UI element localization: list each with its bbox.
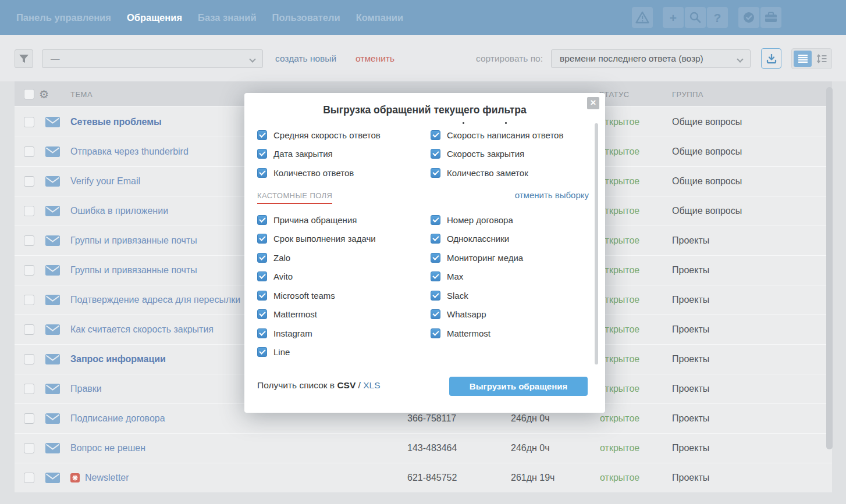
checkbox-checked-icon[interactable] [431,130,440,140]
checkbox-checked-icon[interactable] [257,291,267,301]
deselect-all-link[interactable]: отменить выборку [515,190,589,200]
export-field-option[interactable]: Номер договора [431,210,523,230]
checkbox-checked-icon[interactable] [257,234,267,244]
ticket-subject[interactable]: Запрос информации [70,354,166,364]
sort-select-value: времени последнего ответа (возр) [560,53,703,64]
ticket-subject[interactable]: Ошибка в приложении [70,206,168,216]
export-field-option[interactable]: Avito [257,267,376,287]
checkbox-checked-icon[interactable] [257,215,267,225]
export-field-option[interactable]: Одноклассники [431,230,523,249]
checkbox-checked-icon[interactable] [431,253,440,263]
alert-triangle-button[interactable] [632,7,653,28]
column-header-group[interactable]: ГРУППА [672,90,703,98]
row-checkbox[interactable] [24,146,34,157]
table-row[interactable]: Вопрос не решен 143-483464 246дн 0ч откр… [15,433,832,463]
checkbox-checked-icon[interactable] [257,253,267,263]
export-field-option[interactable]: Slack [431,286,523,305]
verified-badge-button[interactable] [738,7,759,28]
nav-menu-item[interactable]: Панель управления [16,12,111,23]
checkbox-checked-icon[interactable] [257,149,267,159]
ticket-subject[interactable]: Вопрос не решен [70,443,145,453]
create-new-link[interactable]: создать новый [275,49,336,68]
row-checkbox[interactable] [24,354,34,364]
row-checkbox[interactable] [24,324,34,335]
briefcase-button[interactable] [760,7,781,28]
ticket-subject[interactable]: Сетевые проблемы [70,117,162,127]
checkbox-checked-icon[interactable] [431,149,440,159]
row-checkbox[interactable] [24,117,34,127]
checkbox-checked-icon[interactable] [257,328,267,338]
export-field-option[interactable]: Причина обращения [257,210,376,230]
row-checkbox[interactable] [24,443,34,453]
page-scrollbar[interactable] [826,87,833,449]
export-field-option[interactable]: Дата закрытия [257,145,381,164]
checkbox-checked-icon[interactable] [257,347,267,357]
checkbox-checked-icon[interactable] [431,168,440,178]
checkbox-checked-icon[interactable] [431,234,440,244]
filter-select[interactable]: — [42,49,263,68]
row-checkbox[interactable] [24,176,34,187]
row-checkbox[interactable] [24,265,34,276]
search-button[interactable] [685,7,706,28]
export-field-option[interactable]: Срок выполнения задачи [257,230,376,249]
row-checkbox[interactable] [24,384,34,394]
ticket-subject[interactable]: Группы и привязанные почты [70,265,197,276]
export-field-option[interactable]: Microsoft teams [257,286,376,305]
export-submit-button[interactable]: Выгрузить обращения [449,377,588,396]
xls-option[interactable]: XLS [363,380,380,390]
checkbox-checked-icon[interactable] [257,130,267,140]
settings-gear-icon[interactable]: ⚙ [39,87,49,101]
help-button[interactable]: ? [707,7,728,28]
select-all-checkbox[interactable] [24,89,34,99]
csv-option[interactable]: CSV [337,380,356,390]
checkbox-checked-icon[interactable] [431,328,440,338]
export-field-option[interactable]: Мониторинг медиа [431,248,523,267]
sort-select[interactable]: времени последнего ответа (возр) [551,49,751,68]
checkbox-checked-icon[interactable] [257,168,267,178]
ticket-subject[interactable]: Отправка через thunderbird [70,146,189,157]
export-field-option[interactable]: Line [257,343,376,362]
column-header-subject[interactable]: ТЕМА [70,90,93,98]
sort-order-button[interactable] [812,49,831,69]
list-view-button[interactable] [794,51,812,67]
export-field-option[interactable]: Mattermost [257,305,376,324]
create-button[interactable]: + [663,7,684,28]
export-field-option[interactable]: Mattermost [431,324,523,343]
export-field-option[interactable]: Max [431,267,523,287]
row-checkbox[interactable] [24,206,34,216]
checkbox-checked-icon[interactable] [257,309,267,319]
checkbox-checked-icon[interactable] [431,215,440,225]
export-button[interactable] [761,48,781,69]
table-row[interactable]: Newsletter 621-845752 261дн 19ч открытое… [15,463,832,492]
filter-button[interactable] [15,49,33,68]
export-field-option[interactable]: Скорость написания ответов [431,126,563,145]
ticket-subject[interactable]: Группы и привязанные почты [70,235,197,246]
ticket-subject[interactable]: Verify your Email [70,176,140,187]
row-checkbox[interactable] [24,235,34,246]
nav-menu-item[interactable]: Пользователи [272,12,340,23]
checkbox-checked-icon[interactable] [431,309,440,319]
nav-menu-item[interactable]: Компании [356,12,404,23]
export-field-option[interactable]: Количество ответов [257,163,381,183]
checkbox-checked-icon[interactable] [431,291,440,301]
cancel-link[interactable]: отменить [356,49,394,68]
ticket-subject[interactable]: Подтверждение адреса для пересылки [70,295,240,305]
checkbox-checked-icon[interactable] [431,271,440,281]
row-checkbox[interactable] [24,473,34,483]
export-field-option[interactable]: Whatsapp [431,305,523,324]
export-field-option[interactable]: Количество заметок [431,163,563,183]
row-checkbox[interactable] [24,413,34,424]
row-checkbox[interactable] [24,295,34,305]
checkbox-checked-icon[interactable] [257,271,267,281]
nav-menu-item[interactable]: Обращения [127,12,182,23]
export-field-option[interactable]: Средняя скорость ответов [257,126,381,145]
dialog-scrollbar[interactable] [595,123,598,364]
export-field-option[interactable]: Zalo [257,248,376,267]
export-field-option[interactable]: Скорость закрытия [431,145,563,164]
ticket-subject[interactable]: Newsletter [70,473,129,483]
ticket-subject[interactable]: Как считается скорость закрытия [70,324,214,335]
ticket-subject[interactable]: Подписание договора [70,413,165,424]
ticket-subject[interactable]: Правки [70,384,102,394]
export-field-option[interactable]: Instagram [257,324,376,343]
nav-menu-item[interactable]: База знаний [198,12,257,23]
